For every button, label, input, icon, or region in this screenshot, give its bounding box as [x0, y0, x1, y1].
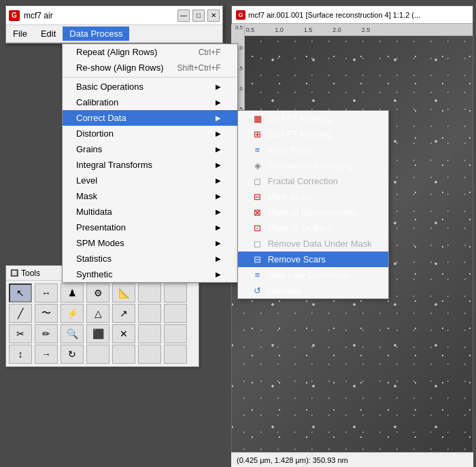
- menu-spm-modes[interactable]: SPM Modes ▶: [63, 235, 237, 251]
- tool-curve[interactable]: 〜: [35, 304, 58, 323]
- separator-1: [63, 77, 237, 77]
- mask-arrow: ▶: [216, 192, 221, 200]
- ruler-20: 2.0: [333, 27, 341, 33]
- mark-scars-label: Mark Scars...: [268, 192, 320, 202]
- grains-label: Grains: [76, 144, 102, 154]
- fractal-icon: ◻: [252, 177, 264, 186]
- menu-integral-transforms[interactable]: Integral Transforms ▶: [63, 157, 237, 173]
- grains-arrow: ▶: [216, 145, 221, 153]
- menu-file[interactable]: File: [6, 27, 34, 41]
- remove-mask-icon: ◻: [252, 239, 264, 249]
- tool-zoom[interactable]: ⚙: [86, 283, 109, 302]
- tool-empty3: [138, 304, 161, 323]
- tool-pointer[interactable]: ↖: [9, 283, 32, 302]
- correct-data-label: Correct Data: [76, 113, 126, 123]
- menu-calibration[interactable]: Calibration ▶: [63, 94, 237, 110]
- menu-data-process[interactable]: Data Process: [63, 27, 129, 41]
- ruler-05: 0.5: [246, 27, 255, 33]
- menu-correct-data[interactable]: Correct Data ▶ ▦ 1D FFT Filtering... ⊞ 2…: [63, 110, 237, 126]
- menu-distortion[interactable]: Distortion ▶: [63, 126, 237, 141]
- maximize-button[interactable]: □: [192, 10, 205, 22]
- distortion-arrow: ▶: [216, 130, 221, 137]
- menu-basic-operations[interactable]: Basic Operations ▶: [63, 79, 237, 94]
- 2d-fft-icon: ⊞: [252, 130, 264, 139]
- menu-edit[interactable]: Edit: [34, 27, 63, 41]
- tool-cut[interactable]: ✂: [9, 324, 32, 343]
- integral-label: Integral Transforms: [76, 160, 152, 170]
- multidata-arrow: ▶: [216, 208, 221, 215]
- align-rows-label: Align Rows...: [268, 145, 320, 155]
- menu-synthetic[interactable]: Synthetic ▶: [63, 266, 237, 282]
- repeat-align-shortcut: Ctrl+F: [185, 48, 221, 57]
- remove-scars-icon: ⊟: [252, 255, 264, 264]
- 1d-fft-icon: ▦: [252, 114, 264, 124]
- synthetic-arrow: ▶: [216, 271, 221, 278]
- menu-grains[interactable]: Grains ▶: [63, 141, 237, 157]
- mark-scars-icon: ⊟: [252, 192, 264, 202]
- tool-horizontal[interactable]: →: [35, 345, 58, 364]
- menu-bar: File Edit Data Process: [6, 25, 222, 43]
- menu-level[interactable]: Level ▶: [63, 173, 237, 188]
- mask-disc-label: Mask of Disconnected...: [268, 207, 362, 218]
- minimize-button[interactable]: —: [177, 10, 190, 22]
- corr-avg-label: Correlation Averaging...: [268, 160, 360, 171]
- multidata-label: Multidata: [76, 207, 112, 217]
- repeat-align-label: Repeat (Align Rows): [76, 47, 157, 57]
- submenu-1d-fft[interactable]: ▦ 1D FFT Filtering...: [238, 111, 388, 126]
- tool-rotate[interactable]: ↻: [61, 345, 84, 364]
- menu-statistics[interactable]: Statistics ▶: [63, 251, 237, 266]
- tool-empty7: [86, 345, 109, 364]
- tool-empty6: [164, 324, 187, 343]
- menu-reshow-align-rows[interactable]: Re-show (Align Rows) Shift+Ctrl+F: [63, 60, 237, 75]
- submenu-mask-outliers[interactable]: ⊡ Mask of Outliers: [238, 220, 388, 236]
- presentation-arrow: ▶: [216, 224, 221, 231]
- step-line-icon: ≡: [252, 271, 264, 280]
- tool-triangle[interactable]: △: [86, 304, 109, 323]
- submenu-unrotate[interactable]: ↺ Unrotate...: [238, 283, 388, 298]
- tools-icon: 🔲: [10, 269, 18, 277]
- tool-line[interactable]: ╱: [9, 304, 32, 323]
- tool-measure[interactable]: ↔: [35, 283, 58, 302]
- tool-ruler[interactable]: 📐: [112, 283, 135, 302]
- menu-presentation[interactable]: Presentation ▶: [63, 220, 237, 235]
- submenu-correlation-avg[interactable]: ◈ Correlation Averaging...: [238, 158, 388, 173]
- presentation-label: Presentation: [76, 222, 126, 232]
- tool-vertical[interactable]: ↕: [9, 345, 32, 364]
- submenu-mask-disconnected[interactable]: ⊠ Mask of Disconnected...: [238, 205, 388, 220]
- 2d-fft-label: 2D FFT Filtering...: [268, 129, 339, 139]
- tool-profile[interactable]: ♟: [61, 283, 84, 302]
- menu-mask[interactable]: Mask ▶: [63, 188, 237, 204]
- tool-empty9: [138, 345, 161, 364]
- 1d-fft-label: 1D FFT Filtering...: [268, 114, 339, 124]
- distortion-label: Distortion: [76, 128, 114, 139]
- submenu-align-rows[interactable]: ≡ Align Rows...: [238, 142, 388, 158]
- tool-edit[interactable]: ✏: [35, 324, 58, 343]
- submenu-2d-fft[interactable]: ⊞ 2D FFT Filtering...: [238, 126, 388, 142]
- tool-empty1: [138, 283, 161, 302]
- tool-delete[interactable]: ✕: [112, 324, 135, 343]
- main-window: G mcf7 air — □ ✕ File Edit Data Process …: [5, 5, 223, 44]
- basic-ops-arrow: ▶: [216, 83, 221, 90]
- mask-label: Mask: [76, 191, 97, 201]
- correct-data-submenu: ▦ 1D FFT Filtering... ⊞ 2D FFT Filtering…: [237, 110, 389, 299]
- submenu-mark-scars[interactable]: ⊟ Mark Scars...: [238, 189, 388, 205]
- ruler-25: 2.5: [362, 27, 371, 33]
- close-button[interactable]: ✕: [207, 10, 220, 22]
- unrotate-label: Unrotate...: [268, 286, 309, 296]
- mask-disc-icon: ⊠: [252, 208, 264, 218]
- tools-grid: ↖ ↔ ♟ ⚙ 📐 ╱ 〜 ⚡ △ ↗ ✂ ✏ 🔍 ⬛ ✕ ↕ → ↻: [6, 281, 199, 366]
- data-process-dropdown: Repeat (Align Rows) Ctrl+F Re-show (Alig…: [62, 44, 238, 283]
- tool-empty4: [164, 304, 187, 323]
- tool-fill[interactable]: ⬛: [86, 324, 109, 343]
- menu-repeat-align-rows[interactable]: Repeat (Align Rows) Ctrl+F: [63, 44, 237, 60]
- tool-arrow[interactable]: ↗: [112, 304, 135, 323]
- correct-data-arrow: ▶: [216, 114, 221, 122]
- tool-lightning[interactable]: ⚡: [61, 304, 84, 323]
- submenu-step-line-correction[interactable]: ≡ Step Line Correction: [238, 267, 388, 283]
- menu-multidata[interactable]: Multidata ▶: [63, 204, 237, 220]
- submenu-remove-scars[interactable]: ⊟ Remove Scars: [238, 252, 388, 267]
- tool-search[interactable]: 🔍: [61, 324, 84, 343]
- tool-empty2: [164, 283, 187, 302]
- synthetic-label: Synthetic: [76, 269, 112, 279]
- submenu-remove-under-mask: ◻ Remove Data Under Mask: [238, 236, 388, 252]
